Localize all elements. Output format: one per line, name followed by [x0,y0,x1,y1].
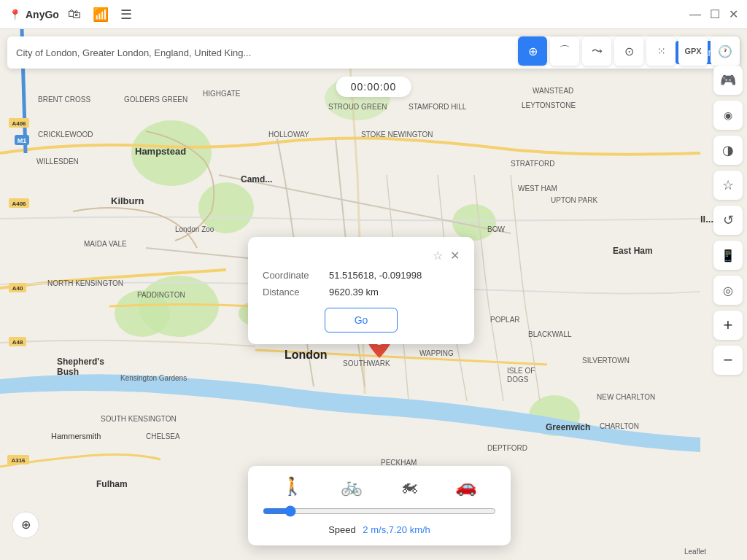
app-logo: 📍 AnyGo [9,9,59,20]
gpx-button[interactable]: GPX [678,36,708,66]
wifi-icon[interactable]: 📶 [93,7,109,23]
zoom-out-icon: − [724,351,733,370]
svg-text:London Zoo: London Zoo [175,225,214,233]
svg-text:BRENT CROSS: BRENT CROSS [38,96,90,104]
menu-icon[interactable]: ☰ [120,7,132,23]
svg-text:Camd...: Camd... [241,174,272,184]
distance-label: Distance [263,287,317,298]
location-popup: ☆ ✕ Coordinate 51.515618, -0.091998 Dist… [248,237,474,344]
logo-icon: 📍 [9,9,21,20]
gamepad-button[interactable]: 🎮 [713,66,743,95]
coordinate-row: Coordinate 51.515618, -0.091998 [263,270,460,281]
window-controls: — ☐ ✕ [689,7,738,21]
svg-text:STRATFORD: STRATFORD [511,160,554,168]
svg-text:HOLLOWAY: HOLLOWAY [268,131,309,139]
svg-text:CRICKLEWOOD: CRICKLEWOOD [38,131,93,139]
joystick-icon: ⊙ [624,44,634,58]
svg-text:HIGHGATE: HIGHGATE [203,90,241,98]
svg-text:Hammersmith: Hammersmith [51,432,101,440]
refresh-button[interactable]: ↺ [713,206,743,235]
distance-value: 9620.39 km [329,287,379,298]
svg-text:Fulham: Fulham [96,479,128,489]
svg-text:CHARLTON: CHARLTON [600,422,639,430]
svg-text:Shepherd's: Shepherd's [57,357,104,367]
svg-text:A48: A48 [12,339,23,346]
one-stop-button[interactable]: ⌒ [550,36,579,66]
360-icon: ◉ [724,109,732,121]
map-area[interactable]: M1 A406 A406 A40 A48 A316 HENDON East Fi… [0,29,747,560]
svg-text:Hampstead: Hampstead [135,146,186,157]
svg-text:DOGS: DOGS [507,376,529,384]
multi-stop-button[interactable]: ⤳ [582,36,611,66]
timer: 00:00:00 [336,77,411,97]
svg-text:STROUD GREEN: STROUD GREEN [328,103,387,111]
timer-value: 00:00:00 [351,81,397,93]
close-button[interactable]: ✕ [729,7,738,21]
distance-row: Distance 9620.39 km [263,287,460,298]
360-button[interactable]: ◉ [713,101,743,130]
titlebar: 📍 AnyGo 🛍 📶 ☰ — ☐ ✕ [0,0,747,29]
svg-text:CHELSEA: CHELSEA [146,432,180,440]
joystick-button[interactable]: ⊙ [614,36,643,66]
svg-text:Kensington Gardens: Kensington Gardens [120,374,187,382]
bag-icon[interactable]: 🛍 [68,7,81,22]
minimize-button[interactable]: — [689,8,701,21]
theme-button[interactable]: ◑ [713,136,743,165]
svg-text:NORTH KENSINGTON: NORTH KENSINGTON [47,279,123,287]
zoom-in-icon: + [724,316,733,335]
favorite-star-icon[interactable]: ☆ [433,249,443,262]
one-stop-icon: ⌒ [559,44,570,59]
bookmark-icon: ☆ [722,177,734,193]
scatter-button[interactable]: ⁙ [646,36,676,66]
car-icon[interactable]: 🚗 [455,476,477,497]
coordinate-value: 51.515618, -0.091998 [329,270,422,281]
my-location-icon: ◎ [723,284,733,298]
my-location-button[interactable]: ◎ [713,276,743,305]
walk-icon[interactable]: 🚶 [282,476,303,497]
go-button[interactable]: Go [325,308,398,332]
svg-text:SOUTH KENSINGTON: SOUTH KENSINGTON [101,415,177,423]
coordinate-label: Coordinate [263,270,317,281]
svg-text:WEST HAM: WEST HAM [518,184,557,192]
popup-header: ☆ ✕ [263,249,460,262]
toolbar: ⊕ ⌒ ⤳ ⊙ ⁙ GPX 🕐 [518,36,740,66]
transport-modes: 🚶 🚲 🏍 🚗 [263,476,496,497]
svg-text:WANSTEAD: WANSTEAD [533,87,573,95]
motorbike-icon[interactable]: 🏍 [400,476,418,497]
speed-label-row: Speed 2 m/s,7.20 km/h [263,524,496,535]
speed-panel: 🚶 🚲 🏍 🚗 Speed 2 m/s,7.20 km/h [248,466,511,545]
speed-text: Speed [328,524,356,535]
maximize-button[interactable]: ☐ [710,7,720,21]
refresh-icon: ↺ [723,212,734,228]
svg-text:BLACKWALL: BLACKWALL [528,330,572,338]
svg-text:WILLESDEN: WILLESDEN [36,158,79,166]
svg-text:A406: A406 [12,120,26,127]
teleport-button[interactable]: ⊕ [518,36,547,66]
bookmark-button[interactable]: ☆ [713,171,743,200]
device-icon: 📱 [721,249,735,262]
svg-text:GOLDERS GREEN: GOLDERS GREEN [124,96,187,104]
svg-text:UPTON PARK: UPTON PARK [551,196,597,204]
zoom-out-button[interactable]: − [713,346,743,375]
theme-icon: ◑ [722,142,734,158]
svg-text:STOKE NEWINGTON: STOKE NEWINGTON [361,131,433,139]
svg-text:WAPPING: WAPPING [419,349,454,357]
device-button[interactable]: 📱 [713,241,743,270]
svg-text:PADDINGTON: PADDINGTON [137,291,185,299]
svg-text:STAMFORD HILL: STAMFORD HILL [409,103,467,111]
svg-text:A40: A40 [12,285,23,292]
speed-slider[interactable] [263,505,496,517]
history-icon: 🕐 [718,44,732,58]
svg-text:NEW CHARLTON: NEW CHARLTON [597,393,655,401]
svg-text:⊕: ⊕ [21,518,31,531]
zoom-in-button[interactable]: + [713,311,743,340]
multi-stop-icon: ⤳ [592,43,603,59]
app-title: AnyGo [26,9,59,20]
svg-text:London: London [285,349,328,361]
svg-text:DEPTFORD: DEPTFORD [487,444,527,452]
popup-close-icon[interactable]: ✕ [450,249,460,262]
svg-text:East Ham: East Ham [613,246,653,256]
bicycle-icon[interactable]: 🚲 [341,476,363,497]
svg-text:LEYTONSTONE: LEYTONSTONE [522,101,576,109]
scatter-icon: ⁙ [657,45,665,57]
